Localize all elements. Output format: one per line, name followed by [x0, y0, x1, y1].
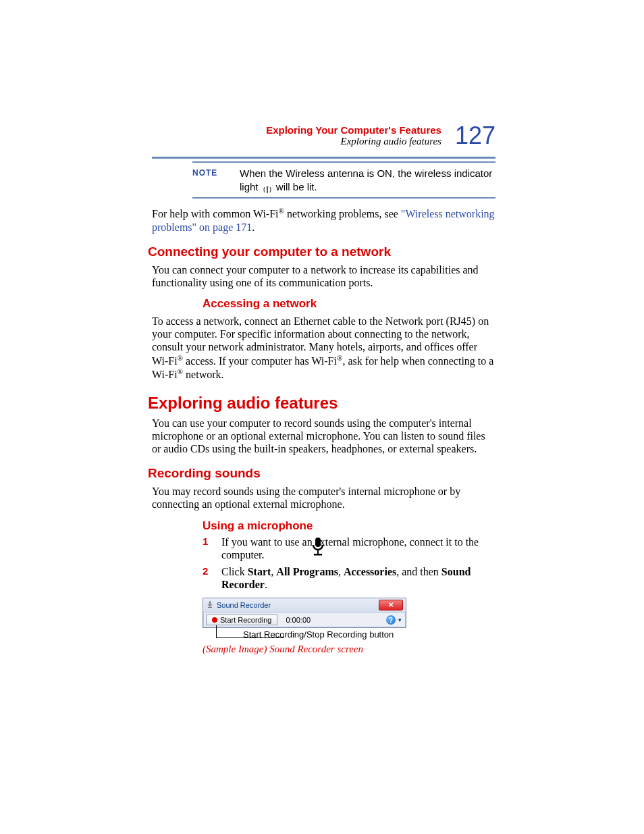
step-1: 1 If you want to use an external microph… [203, 536, 495, 561]
accessories-label: Accessories [344, 566, 396, 577]
text: Click [221, 566, 248, 577]
menu-dropdown[interactable]: ▾ [397, 617, 403, 623]
window-title: Sound Recorder [217, 601, 271, 609]
wireless-indicator-icon [263, 184, 272, 192]
text: . [265, 579, 267, 590]
paragraph-recording: You may record sounds using the computer… [152, 485, 495, 511]
registered-mark: ® [279, 207, 285, 215]
page-header: Exploring Your Computer's Features Explo… [152, 122, 495, 150]
svg-rect-0 [267, 187, 268, 193]
registered-mark: ® [178, 367, 184, 375]
svg-rect-6 [210, 606, 211, 607]
text: , and then [396, 566, 441, 577]
microphone-icon [310, 537, 326, 560]
registered-mark: ® [178, 354, 184, 362]
figure-caption: (Sample Image) Sound Recorder screen [203, 644, 495, 655]
svg-rect-2 [315, 538, 321, 547]
paragraph-connecting: You can connect your computer to a netwo… [152, 263, 495, 289]
callout-leader-line [216, 625, 284, 638]
text: , [338, 566, 344, 577]
app-icon [206, 600, 214, 610]
heading-microphone: Using a microphone [203, 519, 495, 533]
svg-rect-7 [208, 607, 212, 608]
close-button[interactable]: ✕ [379, 600, 403, 610]
record-icon [212, 617, 217, 623]
step-text: If you want to use an external microphon… [221, 536, 495, 561]
step-2: 2 Click Start, All Programs, Accessories… [203, 565, 495, 591]
close-icon: ✕ [388, 602, 394, 608]
header-rule [152, 157, 495, 159]
heading-accessing: Accessing a network [203, 297, 495, 311]
svg-rect-4 [314, 554, 322, 556]
all-programs-label: All Programs [276, 566, 338, 577]
text: For help with common Wi-Fi [152, 208, 279, 219]
svg-point-1 [266, 186, 268, 188]
note-text-after: will be lit. [276, 181, 317, 192]
chevron-down-icon: ▾ [398, 617, 402, 623]
note-text: When the Wireless antenna is ON, the wir… [240, 167, 495, 193]
start-recording-label: Start Recording [220, 616, 271, 624]
titlebar: Sound Recorder ✕ [203, 598, 406, 613]
section-title: Exploring audio features [266, 136, 441, 147]
paragraph-audio: You can use your computer to record soun… [152, 417, 495, 456]
heading-audio-features: Exploring audio features [148, 394, 495, 413]
step-text: Click Start, All Programs, Accessories, … [221, 565, 495, 591]
paragraph-accessing: To access a network, connect an Ethernet… [152, 315, 495, 382]
start-recording-button[interactable]: Start Recording [206, 615, 277, 625]
step-number: 2 [203, 565, 211, 591]
start-label: Start [248, 566, 271, 577]
note-label: NOTE [192, 167, 226, 193]
help-icon: ? [389, 617, 393, 624]
callout-label: Start Recording/Stop Recording button [203, 629, 495, 640]
chapter-title: Exploring Your Computer's Features [266, 124, 441, 136]
svg-rect-5 [209, 601, 211, 605]
text: networking problems, see [284, 208, 401, 219]
heading-connecting: Connecting your computer to a network [148, 244, 495, 259]
text: access. If your computer has Wi-Fi [183, 355, 337, 367]
sound-recorder-window: Sound Recorder ✕ Start Recording 0:00:00… [203, 598, 406, 628]
heading-recording: Recording sounds [148, 466, 495, 481]
help-button[interactable]: ? [386, 615, 396, 625]
paragraph-wifi-help: For help with common Wi-Fi® networking p… [152, 207, 495, 234]
page-number: 127 [455, 122, 495, 150]
svg-rect-3 [317, 550, 319, 554]
note-box: NOTE When the Wireless antenna is ON, th… [192, 161, 495, 199]
step-number: 1 [203, 536, 211, 561]
recording-time: 0:00:00 [281, 616, 315, 624]
text: network. [183, 369, 223, 380]
